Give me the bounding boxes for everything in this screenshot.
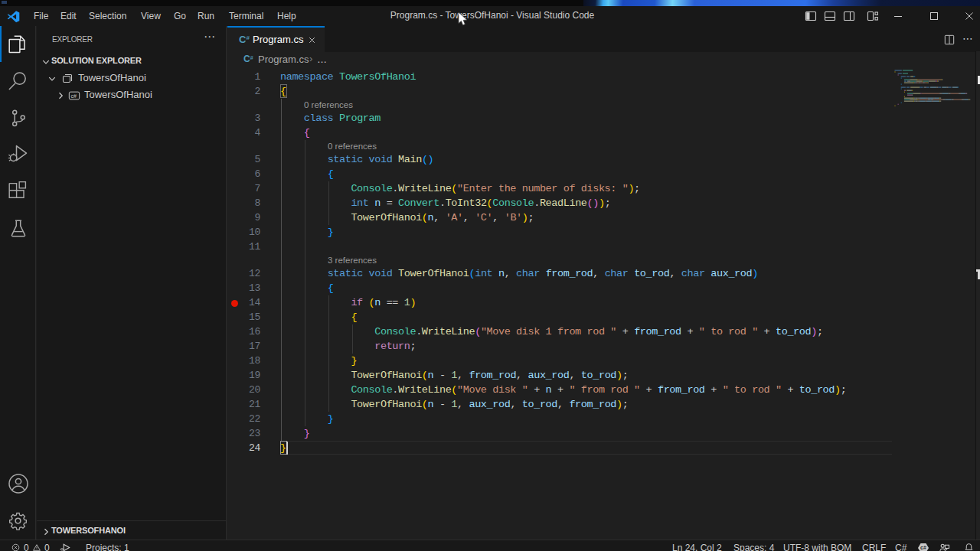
svg-text:c#: c#: [71, 93, 77, 99]
